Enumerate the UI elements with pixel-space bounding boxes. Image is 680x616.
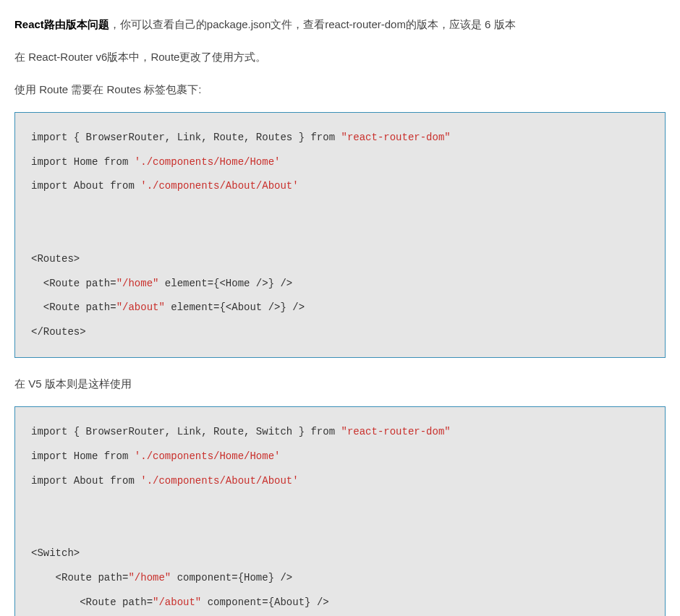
code-line: component={Home} /> xyxy=(171,572,292,583)
code-string: "/about" xyxy=(116,301,165,313)
code-string: "/home" xyxy=(116,278,159,289)
code-line: import { BrowserRouter, Link, Route, Rou… xyxy=(31,132,341,143)
code-string: "/home" xyxy=(128,572,171,583)
code-line: import About from xyxy=(31,180,140,192)
code-line: element={<Home />} /> xyxy=(158,278,292,289)
code-line: <Route path= xyxy=(31,301,116,313)
code-line: <Switch> xyxy=(31,547,80,559)
paragraph-2: 在 React-Router v6版本中，Route更改了使用方式。 xyxy=(14,47,666,67)
code-line: import Home from xyxy=(31,156,135,168)
code-block-v6: import { BrowserRouter, Link, Route, Rou… xyxy=(14,112,666,358)
code-line: component={About} /> xyxy=(201,596,328,608)
code-line: <Route path= xyxy=(31,572,128,583)
code-line: import { BrowserRouter, Link, Route, Swi… xyxy=(31,426,341,437)
paragraph-1-text: ，你可以查看自己的package.json文件，查看react-router-d… xyxy=(109,18,516,30)
paragraph-3: 使用 Route 需要在 Routes 标签包裹下: xyxy=(14,80,666,99)
code-line: <Route path= xyxy=(31,596,153,608)
code-line: <Routes> xyxy=(31,253,80,265)
paragraph-1: React路由版本问题，你可以查看自己的package.json文件，查看rea… xyxy=(14,14,666,34)
code-line: </Routes> xyxy=(31,326,86,338)
code-string: './components/About/About' xyxy=(140,475,298,487)
code-string: './components/About/About' xyxy=(140,180,298,192)
code-line: import About from xyxy=(31,475,140,487)
bold-title: React路由版本问题 xyxy=(14,18,109,30)
code-line: <Route path= xyxy=(31,278,116,289)
code-block-v5: import { BrowserRouter, Link, Route, Swi… xyxy=(14,406,666,616)
code-string: './components/Home/Home' xyxy=(135,450,281,462)
code-line: import Home from xyxy=(31,450,135,462)
code-string: './components/Home/Home' xyxy=(135,156,281,168)
paragraph-4: 在 V5 版本则是这样使用 xyxy=(14,374,666,393)
code-line: element={<About />} /> xyxy=(165,301,305,313)
code-string: "react-router-dom" xyxy=(341,132,450,143)
code-string: "/about" xyxy=(153,596,201,608)
code-string: "react-router-dom" xyxy=(341,426,450,437)
